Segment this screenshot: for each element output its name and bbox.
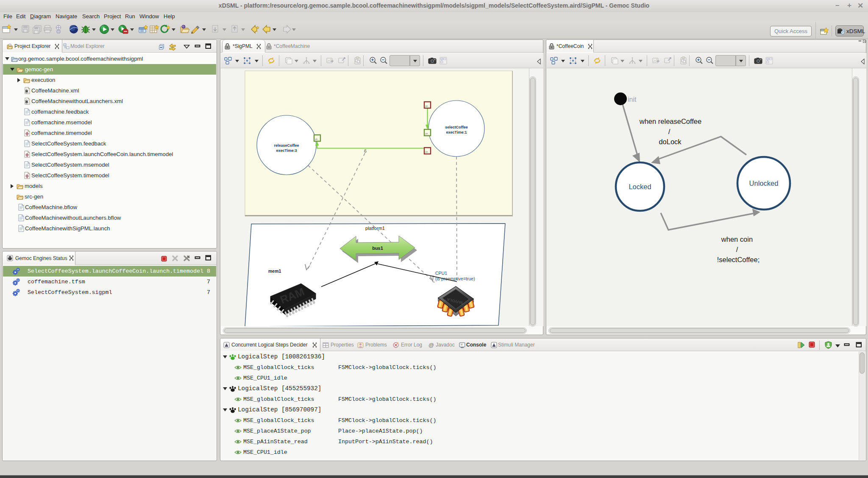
svg-text:!selectCoffee;: !selectCoffee; [717,256,760,263]
svg-text:bus1: bus1 [372,246,383,251]
svg-text:/: / [668,128,670,135]
svg-text:when coin: when coin [721,235,753,243]
svg-text:/: / [736,246,738,253]
svg-text:6: 6 [364,149,367,154]
svg-text:mem1: mem1 [268,268,281,274]
svg-text:(is preemptive=true): (is preemptive=true) [435,276,475,281]
svg-text:Locked: Locked [629,183,651,190]
svg-text:pA..: pA.. [426,105,429,107]
svg-text:doLock: doLock [659,138,682,145]
svg-text:execTime:1: execTime:1 [446,130,467,134]
svg-text:releaseCoffee: releaseCoffee [274,143,299,148]
svg-text:platform1: platform1 [365,226,385,231]
svg-text:selectCoffee: selectCoffee [445,125,468,129]
svg-text:when releaseCoffee: when releaseCoffee [639,117,701,125]
svg-text:execTime:3: execTime:3 [276,148,297,153]
svg-text:pA..: pA.. [315,138,319,140]
svg-text:pA..: pA.. [426,133,429,135]
svg-text:pA..: pA.. [426,151,429,153]
svg-text:CPU1: CPU1 [435,271,447,276]
svg-text:Unlocked: Unlocked [749,179,779,187]
svg-text:init: init [628,96,637,103]
